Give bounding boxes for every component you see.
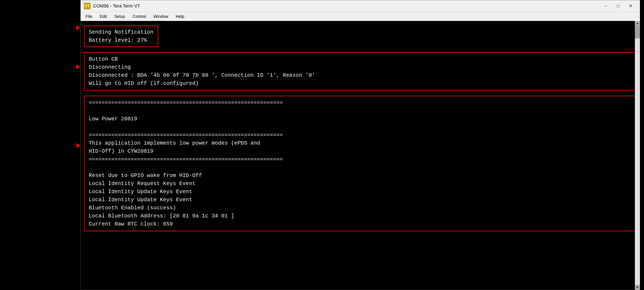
- title-bar: VT COM56 - Tera Term VT − □ ✕: [81, 0, 640, 12]
- terminal-content: Sending Notification Battery level: 27% …: [81, 23, 640, 235]
- maximize-button[interactable]: □: [612, 2, 624, 10]
- section1-box: Sending Notification Battery level: 27%: [84, 26, 158, 47]
- section3-box: ========================================…: [84, 96, 636, 231]
- line-bluetooth-enabled: Bluetooth Enabled (success): [89, 204, 632, 212]
- line-disconnected: Disconnected : BDA '4b 06 6f 79 7b 80 ',…: [89, 71, 632, 80]
- line-button-cb: Button CB: [89, 55, 632, 63]
- menu-bar: File Edit Setup Control Window Help: [81, 12, 640, 21]
- window-title: COM56 - Tera Term VT: [93, 3, 140, 9]
- arrow3-head: [76, 143, 80, 148]
- scroll-down-button[interactable]: ▼: [635, 285, 640, 290]
- annotations: [0, 0, 80, 290]
- line-local-identity-update-1: Local Identity Update Keys Event: [89, 188, 632, 196]
- line-local-bt-address: Local Bluetooth Address: [20 81 9a 1c 34…: [89, 212, 632, 220]
- menu-file[interactable]: File: [82, 13, 96, 20]
- line-sending-notification: Sending Notification: [89, 28, 154, 36]
- menu-edit[interactable]: Edit: [96, 13, 110, 20]
- line-blank-1: [89, 107, 632, 115]
- terminal-outer: Sending Notification Battery level: 27% …: [81, 21, 640, 290]
- line-hid-off: HID-Off) in CYW20819: [89, 147, 632, 155]
- line-blank-2: [89, 123, 632, 131]
- section2-box: Button CB Disconnecting Disconnected : B…: [84, 52, 636, 91]
- arrow3: [76, 145, 80, 146]
- menu-control[interactable]: Control: [129, 13, 149, 20]
- arrow1: [76, 27, 80, 28]
- app-icon: VT: [84, 3, 90, 9]
- scroll-up-button[interactable]: ▲: [635, 21, 640, 26]
- line-disconnecting: Disconnecting: [89, 63, 632, 71]
- line-local-identity-update-2: Local Identity Update Keys Event: [89, 196, 632, 204]
- terminal-body: Sending Notification Battery level: 27% …: [81, 21, 640, 236]
- window-controls: − □ ✕: [600, 2, 636, 10]
- arrow2-head: [76, 64, 80, 69]
- scroll-thumb[interactable]: [635, 26, 640, 38]
- line-equals-2: ========================================…: [89, 131, 632, 139]
- line-current-raw-rtc: Current Raw RTC clock: 659: [89, 220, 632, 228]
- menu-help[interactable]: Help: [172, 13, 188, 20]
- close-button[interactable]: ✕: [625, 2, 636, 10]
- line-equals-3: ========================================…: [89, 155, 632, 163]
- title-bar-left: VT COM56 - Tera Term VT: [84, 3, 140, 9]
- tera-term-window: VT COM56 - Tera Term VT − □ ✕ File Edit …: [80, 0, 640, 290]
- line-blank-3: [89, 163, 632, 172]
- menu-window[interactable]: Window: [150, 13, 172, 20]
- line-reset-gpio: Reset due to GPIO wake from HID-Off: [89, 172, 632, 180]
- minimize-button[interactable]: −: [600, 2, 612, 10]
- menu-setup[interactable]: Setup: [111, 13, 128, 20]
- line-will-go-hid: Will go to HID off (if configured): [89, 80, 632, 88]
- scrollbar[interactable]: ▲ ▼: [635, 21, 640, 290]
- line-battery-level: Battery level: 27%: [89, 36, 154, 44]
- line-this-app: This application implements low power mo…: [89, 139, 632, 147]
- line-local-identity-request: Local Identity Request Keys Event: [89, 180, 632, 188]
- scroll-track: [635, 26, 640, 285]
- line-low-power: Low Power 20819: [89, 115, 632, 123]
- arrow2: [76, 66, 80, 67]
- line-equals-1: ========================================…: [89, 99, 632, 107]
- arrow1-head: [76, 25, 80, 30]
